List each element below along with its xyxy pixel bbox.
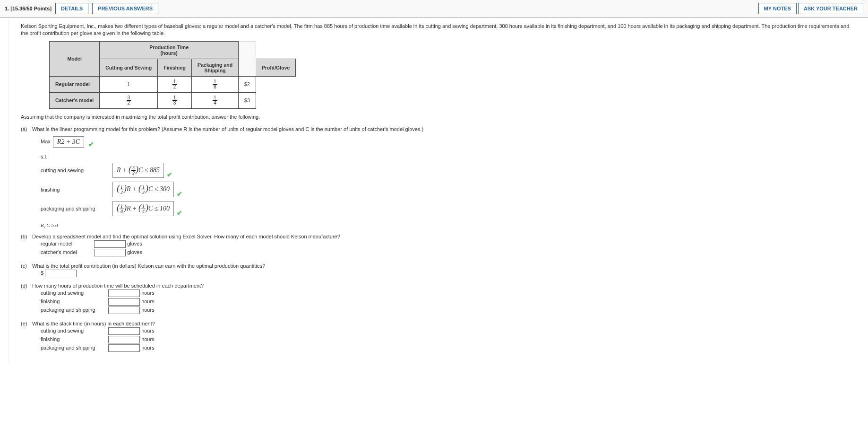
dollar-prefix: $ xyxy=(41,270,43,276)
details-button[interactable]: DETAILS xyxy=(55,3,88,14)
question-header: 1. [15.36/50 Points] DETAILS PREVIOUS AN… xyxy=(0,0,868,18)
part-e-question: What is the slack time (in hours) in eac… xyxy=(32,321,155,326)
c2-input[interactable]: (12)R + (13)C ≤ 300 xyxy=(112,182,174,197)
part-b-question: Develop a spreadsheet model and find the… xyxy=(32,234,340,239)
my-notes-button[interactable]: MY NOTES xyxy=(758,3,797,14)
c3-input[interactable]: (18)R + (14)C ≤ 100 xyxy=(112,201,174,216)
part-a-question: What is the linear programming model for… xyxy=(32,126,423,132)
c2-label: finishing xyxy=(41,187,112,193)
b-catcher-input[interactable] xyxy=(94,249,126,256)
c3-label: packaging and shipping xyxy=(41,206,112,211)
col-cutting: Cutting and Sewing xyxy=(100,59,158,76)
max-label: Max xyxy=(41,139,51,144)
col-packaging: Packaging andShipping xyxy=(191,59,238,76)
d-cut-unit: hours xyxy=(141,290,155,296)
part-c-question: What is the total profit contribution (i… xyxy=(32,263,265,269)
d-fin-label: finishing xyxy=(41,298,107,304)
b-regular-unit: gloves xyxy=(127,241,142,246)
e-cut-unit: hours xyxy=(141,328,155,333)
question-number: 1. [15.36/50 Points] xyxy=(5,6,52,11)
e-fin-label: finishing xyxy=(41,336,107,342)
e-fin-input[interactable] xyxy=(108,336,140,343)
previous-answers-button[interactable]: PREVIOUS ANSWERS xyxy=(92,3,158,14)
assume-text: Assuming that the company is interested … xyxy=(21,114,856,121)
objective-input[interactable]: R2 + 3C xyxy=(53,136,84,148)
table-row: Regular model 1 12 18 $2 xyxy=(50,76,296,92)
model-header: Model xyxy=(50,41,100,76)
d-fin-unit: hours xyxy=(141,298,155,304)
e-cut-label: cutting and sewing xyxy=(41,328,107,333)
part-a-label: (a) xyxy=(21,126,32,228)
b-regular-label: regular model xyxy=(41,241,93,246)
prodtime-header: Production Time(hours) xyxy=(100,41,239,59)
d-pack-unit: hours xyxy=(141,307,155,313)
e-pack-input[interactable] xyxy=(108,344,140,352)
d-cut-label: cutting and sewing xyxy=(41,290,107,296)
problem-intro: Kelson Sporting Equipment, Inc., makes t… xyxy=(21,23,856,37)
d-fin-input[interactable] xyxy=(108,298,140,306)
question-content: Kelson Sporting Equipment, Inc., makes t… xyxy=(9,18,868,362)
check-icon: ✔ xyxy=(177,190,182,198)
c1-input[interactable]: R + (32)C ≤ 885 xyxy=(112,163,164,178)
e-fin-unit: hours xyxy=(141,336,155,342)
c-profit-input[interactable] xyxy=(45,270,77,277)
part-b-label: (b) xyxy=(21,234,32,257)
e-pack-label: packaging and shipping xyxy=(41,345,107,351)
col-profit: Profit/Glove xyxy=(256,59,296,76)
e-pack-unit: hours xyxy=(141,345,155,351)
check-icon: ✔ xyxy=(177,209,182,217)
ask-teacher-button[interactable]: ASK YOUR TEACHER xyxy=(798,3,863,14)
b-regular-input[interactable] xyxy=(94,240,126,248)
c1-label: cutting and sewing xyxy=(41,167,112,173)
b-catcher-unit: gloves xyxy=(127,249,142,255)
production-table: Model Production Time(hours) Cutting and… xyxy=(49,41,296,109)
st-label: s.t. xyxy=(41,154,423,159)
e-cut-input[interactable] xyxy=(108,327,140,335)
part-d-question: How many hours of production time will b… xyxy=(32,283,204,289)
check-icon: ✔ xyxy=(88,140,94,148)
d-pack-input[interactable] xyxy=(108,307,140,314)
check-icon: ✔ xyxy=(167,171,172,178)
nonneg: R, C ≥ 0 xyxy=(41,222,423,228)
part-d-label: (d) xyxy=(21,283,32,315)
b-catcher-label: catcher's model xyxy=(41,249,93,255)
d-pack-label: packaging and shipping xyxy=(41,307,107,313)
part-e-label: (e) xyxy=(21,321,32,353)
col-finishing: Finishing xyxy=(158,59,192,76)
d-cut-input[interactable] xyxy=(108,290,140,297)
part-c-label: (c) xyxy=(21,263,32,277)
table-row: Catcher's model 32 13 14 $3 xyxy=(50,92,296,108)
